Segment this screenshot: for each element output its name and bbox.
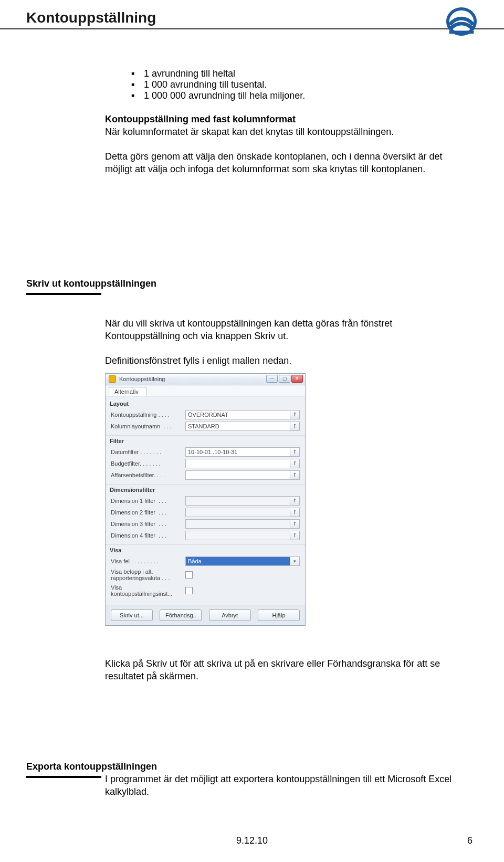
- close-button[interactable]: ✕: [291, 375, 303, 383]
- lookup-button[interactable]: 🠕: [290, 519, 300, 529]
- group-layout: Layout Kontouppställning . . . . ÖVERORD…: [106, 398, 305, 435]
- list-item: 1 avrundning till heltal: [131, 68, 462, 79]
- lookup-button[interactable]: 🠕: [290, 508, 300, 517]
- rounding-bullet-list: 1 avrundning till heltal 1 000 avrundnin…: [131, 68, 462, 101]
- group-visa: Visa Visa fel . . . . . . . . . Båda ▾ V…: [106, 544, 305, 602]
- dialog-title: Kontouppställning: [119, 376, 165, 382]
- tab-alternativ[interactable]: Alternativ: [109, 387, 146, 396]
- value-input[interactable]: [185, 496, 290, 506]
- value-input[interactable]: ÖVERORDNAT: [185, 410, 290, 419]
- paragraph: I programmet är det möjligt att exporter…: [105, 773, 462, 798]
- avbryt-button[interactable]: Avbryt: [209, 609, 251, 621]
- group-filter: Filter Datumfilter . . . . . . . 10-10-0…: [106, 435, 305, 484]
- value-input[interactable]: [185, 470, 290, 480]
- lookup-button[interactable]: 🠕: [290, 447, 300, 457]
- footer-date: 9.12.10: [0, 835, 504, 846]
- heading-underline: [26, 776, 101, 778]
- hjalp-button[interactable]: Hjälp: [258, 609, 300, 621]
- field-visa-belopp-alt: Visa belopp i alt. rapporteringsvaluta .…: [111, 567, 300, 583]
- company-logo-icon: [445, 5, 478, 38]
- field-dimension-4: Dimension 4 filter . . . 🠕: [111, 530, 300, 541]
- page-header: Kontouppställning: [0, 9, 504, 29]
- field-label: Dimension 3 filter . . .: [111, 521, 185, 527]
- maximize-button[interactable]: ▢: [279, 375, 290, 383]
- content-body: 1 avrundning till heltal 1 000 avrundnin…: [105, 68, 462, 175]
- field-datumfilter: Datumfilter . . . . . . . 10-10-01..10-1…: [111, 446, 300, 458]
- dialog-body: Layout Kontouppställning . . . . ÖVERORD…: [106, 396, 305, 605]
- lookup-button[interactable]: 🠕: [290, 459, 300, 468]
- group-heading: Layout: [110, 401, 300, 407]
- field-dimension-1: Dimension 1 filter . . . 🠕: [111, 495, 300, 507]
- field-label: Budgetfilter. . . . . . .: [111, 460, 185, 467]
- subheading-fast-kolumnformat: Kontouppställning med fast kolumnformat: [105, 113, 462, 125]
- paragraph: När du vill skriva ut kontouppställninge…: [105, 317, 462, 343]
- paragraph: När kolumnformatet är skapat kan det kny…: [105, 125, 462, 138]
- export-block: I programmet är det möjligt att exporter…: [105, 773, 462, 798]
- group-dimensionsfilter: Dimensionsfilter Dimension 1 filter . . …: [106, 484, 305, 544]
- list-item: 1 000 000 avrundning till hela miljoner.: [131, 90, 462, 101]
- field-dimension-2: Dimension 2 filter . . . 🠕: [111, 507, 300, 518]
- page-number: 6: [467, 835, 472, 846]
- field-budgetfilter: Budgetfilter. . . . . . . 🠕: [111, 458, 300, 469]
- field-label: Dimension 4 filter . . .: [111, 532, 185, 539]
- list-item: 1 000 avrundning till tusental.: [131, 79, 462, 90]
- field-visa-inst: Visa kontouppställningsinst...: [111, 583, 300, 598]
- lookup-button[interactable]: 🠕: [290, 470, 300, 480]
- dropdown-button[interactable]: ▾: [290, 556, 300, 566]
- minimize-button[interactable]: —: [266, 375, 278, 383]
- field-kontouppstallning: Kontouppställning . . . . ÖVERORDNAT 🠕: [111, 409, 300, 421]
- field-label: Dimension 2 filter . . .: [111, 509, 185, 516]
- svg-rect-2: [449, 30, 474, 34]
- checkbox-visa-inst[interactable]: [185, 587, 193, 594]
- paragraph: Klicka på Skriv ut för att skriva ut på …: [105, 657, 462, 683]
- paragraph: Definitionsfönstret fylls i enligt malle…: [105, 354, 462, 367]
- section-heading-exporta: Exporta kontouppställningen: [26, 761, 157, 772]
- group-heading: Dimensionsfilter: [110, 487, 300, 493]
- heading-underline: [26, 293, 101, 295]
- field-label: Datumfilter . . . . . . .: [111, 449, 185, 455]
- value-input[interactable]: 10-10-01..10-10-31: [185, 447, 290, 457]
- window-icon: [109, 375, 116, 383]
- skriv-ut-button[interactable]: Skriv ut...: [111, 609, 153, 621]
- field-label: Kolumnlayoutnamn . . .: [111, 423, 185, 429]
- skriv-ut-block: När du vill skriva ut kontouppställninge…: [105, 317, 462, 682]
- field-affarsenhetsfilter: Affärsenhetsfilter. . . . 🠕: [111, 469, 300, 481]
- field-label: Visa belopp i alt. rapporteringsvaluta .…: [111, 569, 185, 581]
- field-visa-fel: Visa fel . . . . . . . . . Båda ▾: [111, 555, 300, 567]
- dialog-titlebar[interactable]: Kontouppställning — ▢ ✕: [106, 374, 305, 385]
- forhandsgranska-button[interactable]: Förhandsg..: [160, 609, 202, 621]
- page-title: Kontouppställning: [26, 9, 478, 26]
- section-heading-skriv-ut: Skriv ut kontouppställningen: [26, 278, 156, 289]
- field-label: Dimension 1 filter . . .: [111, 498, 185, 504]
- tab-bar: Alternativ: [106, 385, 305, 396]
- paragraph: Detta görs genom att välja den önskade k…: [105, 150, 462, 176]
- lookup-button[interactable]: 🠕: [290, 422, 300, 431]
- value-input[interactable]: [185, 459, 290, 468]
- group-heading: Filter: [110, 438, 300, 444]
- value-input[interactable]: Båda: [185, 556, 290, 566]
- field-label: Visa fel . . . . . . . . .: [111, 558, 185, 564]
- field-label: Kontouppställning . . . .: [111, 412, 185, 418]
- value-input[interactable]: [185, 519, 290, 529]
- field-kolumnlayoutnamn: Kolumnlayoutnamn . . . STANDARD 🠕: [111, 421, 300, 432]
- lookup-button[interactable]: 🠕: [290, 531, 300, 540]
- field-label: Affärsenhetsfilter. . . .: [111, 472, 185, 478]
- dialog-button-bar: Skriv ut... Förhandsg.. Avbryt Hjälp: [106, 605, 305, 625]
- field-label: Visa kontouppställningsinst...: [111, 584, 185, 597]
- value-input[interactable]: [185, 508, 290, 517]
- dialog-kontouppstallning: Kontouppställning — ▢ ✕ Alternativ Layou…: [105, 373, 306, 626]
- lookup-button[interactable]: 🠕: [290, 410, 300, 419]
- lookup-button[interactable]: 🠕: [290, 496, 300, 506]
- value-input[interactable]: [185, 531, 290, 540]
- checkbox-visa-belopp[interactable]: [185, 571, 193, 579]
- group-heading: Visa: [110, 547, 300, 553]
- value-input[interactable]: STANDARD: [185, 422, 290, 431]
- field-dimension-3: Dimension 3 filter . . . 🠕: [111, 518, 300, 530]
